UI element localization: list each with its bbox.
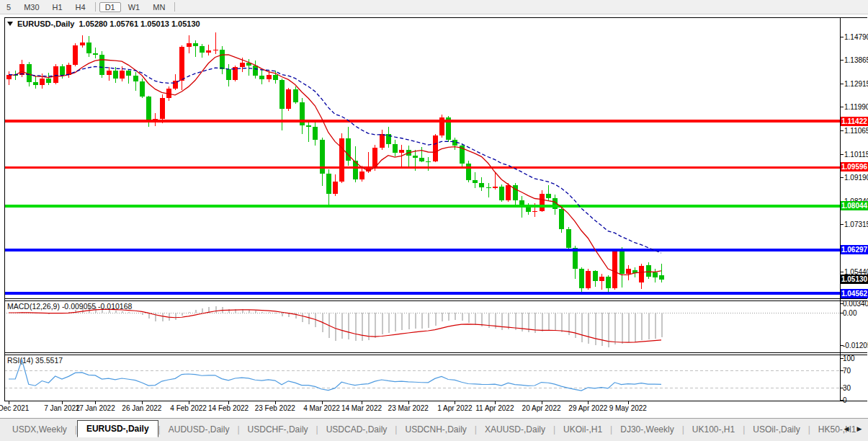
chart-tab-dj30-weekly[interactable]: DJ30-,Weekly [612, 422, 681, 437]
price-axis-label: 1.11990 [844, 103, 868, 111]
chart-tab-usdx-weekly[interactable]: USDX,Weekly [4, 422, 75, 437]
rsi-axis-label: 30 [843, 384, 851, 392]
candle-body [86, 43, 91, 53]
candle-body [372, 148, 377, 168]
candle-body [187, 43, 192, 47]
candle-body [253, 66, 258, 76]
date-axis-label: 9 May 2022 [609, 404, 647, 412]
chart-tab-audusd-daily[interactable]: AUDUSD-,Daily [161, 422, 238, 437]
candle-body [267, 75, 272, 80]
candle-body [339, 138, 344, 182]
candle-body [60, 66, 65, 75]
chart-tab-usdcnh-daily[interactable]: USDCNH-,Daily [397, 422, 474, 437]
chart-title: EURUSD-,Daily 1.05280 1.05761 1.05013 1.… [7, 19, 200, 28]
chart-tabs: USDX,Weekly|EURUSD-,Daily|AUDUSD-,Daily|… [0, 422, 864, 437]
rsi-name: RSI(14) [7, 356, 33, 365]
candle-body [273, 75, 278, 80]
date-axis-label: 29 Dec 2021 [0, 404, 29, 412]
candle-body [426, 161, 431, 162]
candle-body [293, 89, 298, 102]
candle-body [120, 71, 125, 79]
chart-canvas[interactable] [0, 0, 868, 441]
candle-body [200, 46, 205, 53]
candle-body [513, 185, 518, 200]
chevron-down-icon[interactable] [7, 22, 13, 26]
macd-axis-label: -0.01205 [843, 342, 868, 349]
candle-body [639, 266, 644, 282]
date-axis-label: 4 Feb 2022 [170, 404, 207, 412]
candle-body [80, 43, 85, 45]
candle-body [206, 50, 211, 52]
candle-body [93, 53, 98, 55]
candle-body [579, 269, 584, 288]
candle-body [493, 187, 498, 188]
price-axis-label: 1.13865 [844, 56, 868, 64]
candle-body [146, 97, 151, 121]
date-axis-label: 1 Apr 2022 [437, 404, 472, 412]
candle-body [532, 211, 537, 212]
candle-body [626, 269, 631, 274]
ma-fast-line [9, 55, 661, 275]
candle-body [160, 98, 165, 120]
date-axis-label: 14 Feb 2022 [208, 404, 249, 412]
date-axis-label: 7 Jan 2022 [44, 404, 80, 412]
price-axis-label: 1.11065 [844, 127, 868, 135]
rsi-line [9, 360, 661, 391]
candle-body [133, 76, 138, 81]
price-badge: 1.06297 [841, 245, 868, 254]
candle-body [419, 158, 424, 161]
candle-body [559, 209, 564, 229]
candle-body [73, 45, 78, 64]
candle-body [6, 75, 12, 79]
price-axis-label: 1.09190 [844, 174, 868, 182]
candle-body [193, 43, 198, 45]
candle-body [593, 271, 598, 281]
chart-tab-usdcad-daily[interactable]: USDCAD-,Daily [318, 422, 395, 437]
candle-body [393, 144, 398, 153]
date-axis-label: 29 Apr 2022 [568, 404, 607, 412]
candle-body [140, 81, 145, 97]
candle-body [486, 187, 491, 188]
candle-body [126, 71, 131, 76]
chart-tab-eurusd-daily[interactable]: EURUSD-,Daily [77, 420, 158, 437]
candle-body [586, 271, 591, 288]
date-axis-label: 26 Jan 2022 [122, 404, 161, 412]
date-axis-label: 20 Apr 2022 [522, 404, 561, 412]
trading-terminal-window: 5M30H1H4D1W1MN EURUSD-,Daily 1.05280 1.0… [0, 0, 868, 441]
candle-body [306, 125, 311, 126]
tabs-scroll-right-icon[interactable]: ▶ [854, 424, 864, 434]
chart-tab-uk100-h1[interactable]: UK100-,H1 [684, 422, 743, 437]
price-axis-label: 1.10115 [844, 151, 868, 159]
candle-body [619, 251, 625, 273]
tabs-scroll-left-icon[interactable]: ◀ [841, 424, 851, 434]
candle-body [659, 275, 664, 279]
rsi-axis-label: 100 [843, 355, 855, 362]
price-axis-label: 1.12915 [844, 80, 868, 88]
rsi-value: 35.5517 [35, 356, 63, 365]
candle-body [399, 150, 404, 153]
date-axis-label: 17 Jan 2022 [76, 404, 115, 412]
ohlc-values: 1.05280 1.05761 1.05013 1.05130 [79, 19, 200, 28]
chart-tab-ukoil-h1[interactable]: UKOil-,H1 [555, 422, 610, 437]
candle-body [259, 76, 264, 79]
candle-body [380, 134, 385, 148]
chart-tab-xauusd-daily[interactable]: XAUUSD-,Daily [477, 422, 553, 437]
date-axis-label: 23 Mar 2022 [388, 404, 429, 412]
chart-tab-usdchf-daily[interactable]: USDCHF-,Daily [240, 422, 316, 437]
candle-body [46, 79, 51, 83]
candle-body [566, 229, 571, 248]
chart-tab-usoil-daily[interactable]: USOil-,Daily [745, 422, 807, 437]
date-axis-label: 23 Feb 2022 [255, 404, 295, 412]
candle-body [646, 265, 651, 277]
candle-body [653, 272, 658, 277]
candle-body [33, 82, 38, 85]
candle-body [313, 127, 318, 140]
symbol-label: EURUSD-,Daily [17, 19, 74, 28]
candle-body [413, 156, 418, 157]
candle-body [359, 172, 364, 179]
candle-body [540, 194, 545, 210]
chart-tab-bar: USDX,Weekly|EURUSD-,Daily|AUDUSD-,Daily|… [0, 418, 868, 441]
price-axis-label: 1.14790 [844, 33, 868, 41]
candle-body [612, 251, 617, 288]
candle-body [226, 69, 231, 80]
